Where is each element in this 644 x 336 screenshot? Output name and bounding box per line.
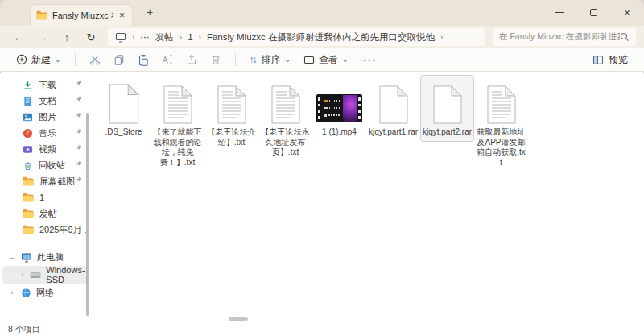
sidebar-divider xyxy=(8,243,82,243)
file-item-txt-4[interactable]: 获取最新地址及APP请发邮箱自动获取.txt xyxy=(474,75,528,172)
sidebar-item-network[interactable]: › 网络 xyxy=(0,284,90,301)
file-item-rar-part1[interactable]: kjqyt.part1.rar xyxy=(366,75,420,142)
breadcrumb[interactable]: › ⋯ 发帖 › 1 › Fansly Miuzxc 在摄影师射进我体内之前先用… xyxy=(108,28,485,46)
file-item-rar-part2-selected[interactable]: kjqyt.part2.rar xyxy=(420,75,474,142)
recycle-bin-icon xyxy=(23,160,33,171)
sidebar-item-music[interactable]: ♪ 音乐 xyxy=(0,125,90,141)
sidebar-item-label: Windows-SSD xyxy=(46,265,88,284)
search-icon xyxy=(620,32,630,42)
sidebar-item-label: 网络 xyxy=(36,287,54,299)
chevron-down-icon: ⌄ xyxy=(55,56,61,64)
close-button[interactable]: × xyxy=(610,0,644,24)
file-name: kjqyt.part2.rar xyxy=(423,127,472,138)
preview-toggle[interactable]: 预览 xyxy=(592,53,633,67)
share-icon xyxy=(186,54,197,65)
sidebar-scrollbar[interactable] xyxy=(86,113,89,316)
sidebar-item-videos[interactable]: 视频 xyxy=(0,141,90,157)
breadcrumb-ellipsis[interactable]: ⋯ xyxy=(140,31,150,43)
minimize-icon xyxy=(555,12,564,13)
copy-button[interactable] xyxy=(109,52,130,68)
navigation-pane: 下载 文档 图片 ♪ 音乐 视频 xyxy=(0,73,90,322)
search-box[interactable]: 在 Fansly Miuzxc 在摄影师射进我体内之 xyxy=(493,28,636,46)
this-pc-icon xyxy=(115,32,126,43)
breadcrumb-item[interactable]: 1 xyxy=(188,32,192,42)
sort-arrows-icon: ↑↓ xyxy=(250,54,256,65)
rename-icon xyxy=(161,54,173,65)
sidebar-item-label: 回收站 xyxy=(39,160,65,172)
file-item-ds-store[interactable]: .DS_Store xyxy=(97,75,151,142)
cut-icon xyxy=(89,54,101,65)
minimize-button[interactable] xyxy=(543,0,576,24)
chevron-down-icon: ⌄ xyxy=(342,56,349,64)
file-item-mp4[interactable]: 1 (1).mp4 xyxy=(312,75,366,142)
text-file-icon xyxy=(217,77,247,124)
refresh-button[interactable]: ↻ xyxy=(79,31,103,44)
file-name: 【老王论坛介绍】.txt xyxy=(206,127,257,147)
breadcrumb-item[interactable]: 发帖 xyxy=(155,31,174,44)
text-file-icon xyxy=(163,77,193,124)
sidebar-item-2025-folder[interactable]: 2025年9月，【 xyxy=(0,222,90,238)
file-item-txt-3[interactable]: 【老王论坛永久地址发布页】.txt xyxy=(258,75,312,162)
maximize-button[interactable] xyxy=(576,0,610,24)
sidebar-item-pictures[interactable]: 图片 xyxy=(0,109,90,125)
sidebar-item-screenshots[interactable]: 屏幕截图 xyxy=(0,173,90,189)
status-bar: 8 个项目 xyxy=(0,322,644,336)
item-count: 8 个项目 xyxy=(8,324,40,335)
sidebar-item-label: 文档 xyxy=(39,95,56,107)
new-tab-button[interactable]: + xyxy=(142,6,158,19)
breadcrumb-separator: › xyxy=(199,33,201,42)
back-button[interactable]: ← xyxy=(6,31,31,44)
expander-icon[interactable]: ⌄ xyxy=(8,253,16,261)
view-button[interactable]: 查看 ⌄ xyxy=(299,51,353,69)
main-area: 下载 文档 图片 ♪ 音乐 视频 xyxy=(0,73,644,322)
sidebar-item-label: 图片 xyxy=(39,111,56,123)
sidebar-item-downloads[interactable]: 下载 xyxy=(0,77,90,93)
new-button[interactable]: 新建 ⌄ xyxy=(11,51,66,69)
sidebar-item-label: 下载 xyxy=(39,79,56,91)
horizontal-scrollbar[interactable] xyxy=(229,317,248,321)
share-button[interactable] xyxy=(181,52,202,68)
tab-close-icon[interactable]: × xyxy=(118,10,126,20)
preview-pane-icon xyxy=(592,55,604,65)
file-list-area[interactable]: .DS_Store 【来了就能下载和观看的论坛，纯免费！】.txt 【老王论坛介… xyxy=(90,73,644,322)
this-pc-icon xyxy=(21,252,32,263)
file-item-txt-2[interactable]: 【老王论坛介绍】.txt xyxy=(204,75,258,151)
expander-icon[interactable]: › xyxy=(19,271,25,279)
sidebar-item-folder-1[interactable]: 1 xyxy=(0,189,90,205)
file-name: kjqyt.part1.rar xyxy=(369,127,418,138)
paste-button[interactable] xyxy=(133,52,154,68)
preview-label: 预览 xyxy=(609,53,628,67)
sidebar-item-recycle-bin[interactable]: 回收站 xyxy=(0,157,90,173)
trash-icon xyxy=(210,54,221,65)
network-icon xyxy=(21,288,31,298)
folder-icon xyxy=(23,176,34,186)
breadcrumb-item-current[interactable]: Fansly Miuzxc 在摄影师射进我体内之前先用口交取悦他 xyxy=(207,31,435,44)
sidebar-item-fatie[interactable]: 发帖 xyxy=(0,205,90,222)
maximize-icon xyxy=(590,9,597,16)
file-item-txt-1[interactable]: 【来了就能下载和观看的论坛，纯免费！】.txt xyxy=(151,75,204,172)
expander-icon[interactable]: › xyxy=(8,288,16,297)
breadcrumb-separator: › xyxy=(180,33,182,42)
sort-button-label: 排序 xyxy=(262,53,281,67)
see-more-button[interactable]: ··· xyxy=(357,53,383,66)
sidebar-item-this-pc[interactable]: ⌄ 此电脑 xyxy=(0,248,90,266)
toolbar-divider xyxy=(75,53,76,66)
up-button[interactable]: ↑ xyxy=(55,31,79,44)
search-placeholder: 在 Fansly Miuzxc 在摄影师射进我体内之 xyxy=(499,31,620,43)
sort-button[interactable]: ↑↓ 排序 ⌄ xyxy=(245,51,296,69)
command-bar: 新建 ⌄ ↑↓ 排序 ⌄ xyxy=(0,48,644,72)
file-name: 【来了就能下载和观看的论坛，纯免费！】.txt xyxy=(152,127,203,168)
new-button-label: 新建 xyxy=(31,53,51,67)
sidebar-item-windows-ssd[interactable]: › Windows-SSD xyxy=(2,266,88,284)
forward-button[interactable]: → xyxy=(31,31,55,44)
cut-button[interactable] xyxy=(85,52,105,68)
sidebar-item-documents[interactable]: 文档 xyxy=(0,93,90,109)
delete-button[interactable] xyxy=(205,52,226,68)
drive-icon xyxy=(30,270,41,280)
download-icon xyxy=(23,80,33,90)
sidebar-item-label: 视频 xyxy=(39,143,56,156)
svg-text:♪: ♪ xyxy=(26,130,30,137)
videos-icon xyxy=(23,144,33,155)
rename-button[interactable] xyxy=(157,52,178,68)
explorer-tab[interactable]: Fansly Miuzxc 在摄影师射进我 × xyxy=(31,5,132,26)
